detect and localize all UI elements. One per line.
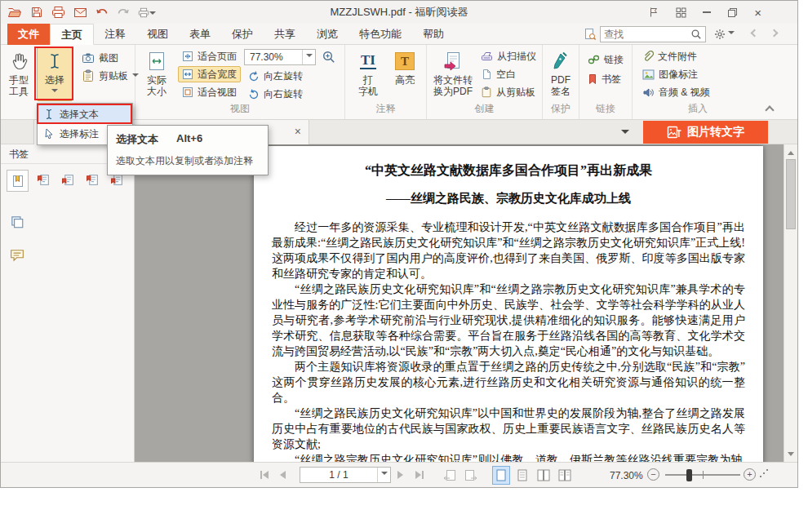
fit-page-button[interactable]: 适合页面 [178,48,241,64]
collapse-ribbon-icon[interactable] [765,105,774,114]
file-attachment-button[interactable]: 文件附件 [638,48,701,64]
pdf-page[interactable]: “中英文丝路文献数据库多国合作项目”再出新成果 ——丝绸之路民族、宗教历史文化库… [254,146,763,462]
vertical-scrollbar[interactable] [784,144,797,462]
print-settings-icon[interactable] [138,7,156,18]
highlight-button[interactable]: T 高亮 [388,47,422,101]
group-create: 将文件转 换为PDF 从扫描仪 空白 从剪贴板 创建 [427,45,543,119]
highlight-icon: T [395,50,415,73]
redo-icon[interactable] [117,7,130,18]
tab-file[interactable]: 文件 [7,24,50,45]
tab-list-caret-icon[interactable] [621,130,629,138]
rail-comments-panel-button[interactable] [10,249,24,263]
rotate-left-button[interactable]: 向左旋转 [244,68,307,84]
previous-page-button[interactable] [280,471,286,479]
zoom-combobox[interactable]: 77.30% [244,49,316,65]
speaker-icon [642,87,655,98]
tab-comment[interactable]: 注释 [94,24,136,45]
save-icon[interactable] [30,6,43,19]
scrollbar-thumb[interactable] [786,159,796,229]
image-annotation-button[interactable]: 图像标注 [638,66,702,82]
zoom-percentage: 77.30% [610,470,643,481]
tab-form[interactable]: 表单 [179,24,221,45]
status-bar: 1 / 1 77.30% − + [1,462,797,487]
from-clipboard-button[interactable]: 从剪贴板 [477,84,539,100]
find-document-icon[interactable] [584,28,597,41]
image-icon [642,69,655,80]
snapshot-button[interactable]: 截图 [78,50,122,66]
first-page-button[interactable] [260,471,269,479]
select-button[interactable]: 选择 [37,47,73,101]
blank-page-button[interactable]: 空白 [477,66,520,82]
page-number-value: 1 / 1 [300,469,377,481]
zoom-slider-handle[interactable] [686,469,692,481]
continuous-facing-view-button[interactable] [556,466,574,485]
link-button[interactable]: 链接 [584,51,628,68]
tab-view[interactable]: 视图 [136,24,179,45]
fit-visible-icon [182,86,193,98]
tab-help[interactable]: 帮助 [412,24,455,45]
bookmark-tool-icon-3[interactable] [86,173,100,187]
zoom-in-button[interactable]: + [744,468,756,481]
actual-size-button[interactable]: 实际 大小 [140,47,174,101]
next-page-button[interactable] [397,471,403,479]
resize-grip[interactable] [760,469,770,479]
paperclip-icon [642,51,654,62]
document-subtitle: ——丝绸之路民族、宗教历史文化库成功上线 [272,191,745,206]
caret-down-icon [149,11,156,18]
from-scanner-button[interactable]: 从扫描仪 [477,48,540,64]
pdf-sign-button[interactable]: PDF 签名 [545,47,576,101]
zoom-out-button[interactable]: − [647,468,659,481]
tab-browse[interactable]: 浏览 [306,24,349,45]
find-settings-button[interactable] [714,29,735,40]
menu-item-select-text[interactable]: 选择文本 [38,104,131,124]
tab-share[interactable]: 共享 [264,24,306,45]
page-number-box[interactable]: 1 / 1 [300,467,391,483]
tab-protect[interactable]: 保护 [221,24,264,45]
bookmark-tool-icon-2[interactable] [61,173,75,187]
rail-bookmarks-panel-button[interactable] [7,170,29,192]
fit-visible-button[interactable]: 适合视图 [178,84,241,100]
document-view[interactable]: “中英文丝路文献数据库多国合作项目”再出新成果 ——丝绸之路民族、宗教历史文化库… [135,144,784,462]
audio-video-button[interactable]: 音频 & 视频 [638,84,714,100]
pin-icon[interactable] [648,7,659,18]
tooltip-shortcut: Alt+6 [176,132,202,147]
zoom-in-tool-icon[interactable] [322,50,336,64]
continuous-view-button[interactable] [513,466,531,485]
restore-icon[interactable] [727,7,738,18]
title-bar: MZZJLSWH.pdf - 福昕阅读器 × [1,1,797,24]
scroll-down-icon[interactable] [784,449,797,462]
open-file-icon[interactable] [7,6,22,19]
close-icon[interactable]: × [754,7,761,19]
bookmark-tool-icon-1[interactable] [37,173,51,187]
email-icon[interactable] [73,7,87,18]
print-icon[interactable] [51,6,65,19]
image-to-text-button[interactable]: 图片转文字 [643,121,768,144]
previous-view-icon[interactable] [443,469,456,481]
typewriter-button[interactable]: TI 打 字机 [352,47,384,101]
hand-tool-button[interactable]: 手型 工具 [2,47,35,101]
convert-to-pdf-button[interactable]: 将文件转 换为PDF [431,47,475,101]
single-page-view-button[interactable] [492,466,510,485]
document-title: “中英文丝路文献数据库多国合作项目”再出新成果 [272,162,745,180]
clipboard-button[interactable]: 剪贴板 [78,68,143,84]
group-insert: 文件附件 图像标注 音频 & 视频 插入 [633,45,763,119]
scroll-up-icon[interactable] [784,144,797,157]
gear-icon [714,29,726,40]
next-view-icon[interactable] [464,469,477,481]
layout-grid-icon[interactable] [676,7,686,18]
close-tab-icon[interactable]: × [295,126,301,137]
bookmark-button[interactable]: 书签 [584,71,625,87]
rail-layers-panel-button[interactable] [10,215,24,229]
minimize-icon[interactable] [703,11,711,13]
rotate-right-button[interactable]: 向右旋转 [244,86,307,102]
find-box [600,26,706,42]
search-icon[interactable] [690,29,702,40]
tab-features[interactable]: 特色功能 [349,24,412,45]
find-input[interactable] [604,29,687,40]
undo-icon[interactable] [95,7,109,18]
facing-view-button[interactable] [535,466,553,485]
last-page-button[interactable] [415,471,424,479]
fit-width-button[interactable]: 适合宽度 [178,66,241,82]
tab-home[interactable]: 主页 [50,24,94,45]
select-text-icon [44,109,54,120]
